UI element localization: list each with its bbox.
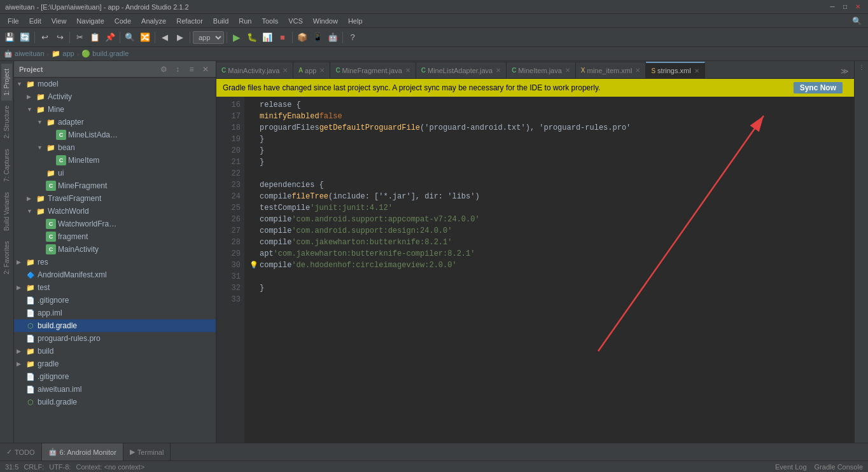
stop-button[interactable]: ■ <box>276 31 290 45</box>
toolbar-replace[interactable]: 🔀 <box>138 31 152 45</box>
tree-item[interactable]: ▼📁WatchWorld <box>14 205 216 218</box>
tree-item[interactable]: CWatchworldFra… <box>14 218 216 230</box>
menu-edit[interactable]: Edit <box>24 16 46 26</box>
sdk-manager-btn[interactable]: 📦 <box>295 31 309 45</box>
toolbar-forward[interactable]: ▶ <box>173 31 187 45</box>
toolbar-cut[interactable]: ✂ <box>73 31 87 45</box>
coverage-button[interactable]: 📊 <box>260 31 274 45</box>
sidebar-tab-structure[interactable]: 2: Structure <box>1 101 12 144</box>
ph-icon-settings[interactable]: ⚙ <box>158 64 169 74</box>
tree-item[interactable]: ▼📁model <box>14 78 216 90</box>
project-tree-scroll[interactable]: ▼📁model▶📁Activity▼📁Mine▼📁adapterCMineLis… <box>14 78 216 443</box>
toolbar-btn-2[interactable]: 🔄 <box>18 31 32 45</box>
menu-window[interactable]: Window <box>308 16 343 26</box>
maximize-button[interactable]: □ <box>840 3 850 11</box>
code-editor[interactable]: 161718192021222324252627282930313233 rel… <box>216 97 854 443</box>
menu-help[interactable]: Help <box>343 16 368 26</box>
sidebar-tab-build-variants[interactable]: Build Variants <box>1 187 12 236</box>
menu-vcs[interactable]: VCS <box>283 16 308 26</box>
tab-close-strings-xml[interactable]: ✕ <box>694 67 699 74</box>
menu-refactor[interactable]: Refactor <box>171 16 208 26</box>
close-button[interactable]: ✕ <box>853 3 863 11</box>
toolbar-redo[interactable]: ↪ <box>53 31 67 45</box>
menu-view[interactable]: View <box>46 16 72 26</box>
tab-mine-item-xml[interactable]: X mine_item.xml ✕ <box>576 62 647 78</box>
bottom-tab-terminal[interactable]: ▶ Terminal <box>123 443 171 461</box>
event-log-btn[interactable]: Event Log <box>775 463 807 471</box>
tree-item[interactable]: CMainActivity <box>14 243 216 256</box>
ph-icon-close[interactable]: ✕ <box>200 64 211 74</box>
tab-close-mineitem[interactable]: ✕ <box>565 67 570 74</box>
tree-item[interactable]: CMineFragment <box>14 179 216 192</box>
search-icon[interactable]: 🔍 <box>848 15 865 27</box>
menu-code[interactable]: Code <box>109 16 136 26</box>
menu-navigate[interactable]: Navigate <box>71 16 109 26</box>
tree-item[interactable]: 📄.gitignore <box>14 370 216 383</box>
toolbar-undo[interactable]: ↩ <box>38 31 52 45</box>
tab-close-minefragment[interactable]: ✕ <box>405 67 410 74</box>
breadcrumb-build-gradle[interactable]: 🟢 build.gradle <box>81 50 129 58</box>
help-btn[interactable]: ? <box>346 31 360 45</box>
tab-minelistadapter[interactable]: C MineListAdapter.java ✕ <box>416 62 507 78</box>
tree-item[interactable]: ▶📁build <box>14 345 216 357</box>
ph-icon-sync[interactable]: ↕ <box>172 64 183 74</box>
tree-item[interactable]: ⬡build.gradle <box>14 319 216 332</box>
toolbar-btn-1[interactable]: 💾 <box>3 31 17 45</box>
gradle-console-btn[interactable]: Gradle Console <box>815 463 863 471</box>
tree-item[interactable]: ▼📁bean <box>14 141 216 154</box>
tab-minefragment[interactable]: C MineFragment.java ✕ <box>330 62 416 78</box>
breadcrumb-app[interactable]: 📁 app <box>52 50 74 58</box>
debug-button[interactable]: 🐛 <box>245 31 259 45</box>
menu-tools[interactable]: Tools <box>256 16 283 26</box>
menu-build[interactable]: Build <box>208 16 234 26</box>
tree-item[interactable]: ▼📁adapter <box>14 116 216 128</box>
tab-overflow-button[interactable]: ≫ <box>836 64 854 78</box>
right-sidebar-btn[interactable]: ⋮ <box>858 64 865 71</box>
tree-item[interactable]: ⬡build.gradle <box>14 396 216 408</box>
tree-item[interactable]: 📄.gitignore <box>14 294 216 307</box>
tab-mineitem[interactable]: C MineItem.java ✕ <box>507 62 576 78</box>
tab-close-mine-item-xml[interactable]: ✕ <box>635 67 640 74</box>
tab-mainactivity[interactable]: C MainActivity.java ✕ <box>216 62 293 78</box>
minimize-button[interactable]: ─ <box>827 3 837 11</box>
menu-file[interactable]: File <box>3 16 24 26</box>
tree-item[interactable]: 📄app.iml <box>14 307 216 319</box>
tree-item[interactable]: ▶📁test <box>14 281 216 294</box>
tree-item[interactable]: 📁ui <box>14 167 216 179</box>
run-config-dropdown[interactable]: app <box>193 31 224 44</box>
bottom-tab-todo[interactable]: ✓ TODO <box>0 443 42 461</box>
menu-run[interactable]: Run <box>234 16 256 26</box>
code-content[interactable]: release { minifyEnabled false proguardFi… <box>244 97 854 443</box>
tree-item[interactable]: Cfragment <box>14 230 216 243</box>
sidebar-tab-captures[interactable]: 7: Captures <box>1 144 12 187</box>
toolbar-find[interactable]: 🔍 <box>123 31 137 45</box>
sidebar-tab-project[interactable]: 1: Project <box>1 64 12 101</box>
tab-close-mainactivity[interactable]: ✕ <box>283 67 288 74</box>
lightbulb-icon[interactable]: 💡 <box>249 260 258 271</box>
toolbar-back[interactable]: ◀ <box>158 31 172 45</box>
tree-item[interactable]: CMineItem <box>14 154 216 167</box>
sync-now-button[interactable]: Sync Now <box>794 82 843 94</box>
tree-item[interactable]: CMineListAda… <box>14 128 216 141</box>
tab-close-minelistadapter[interactable]: ✕ <box>496 67 501 74</box>
avd-manager-btn[interactable]: 📱 <box>311 31 325 45</box>
bottom-tab-android-monitor[interactable]: 🤖 6: Android Monitor <box>42 443 123 461</box>
tree-item[interactable]: ▶📁Activity <box>14 90 216 103</box>
ph-icon-filter[interactable]: ≡ <box>186 64 197 74</box>
tab-close-app[interactable]: ✕ <box>319 67 325 74</box>
toolbar-copy[interactable]: 📋 <box>88 31 102 45</box>
tree-item[interactable]: ▶📁res <box>14 256 216 268</box>
tree-item[interactable]: ▼📁Mine <box>14 103 216 116</box>
run-button[interactable]: ▶ <box>230 31 244 45</box>
tree-item[interactable]: 🔷AndroidManifest.xml <box>14 268 216 281</box>
tree-item[interactable]: 📄aiweituan.iml <box>14 383 216 396</box>
breadcrumb-aiweituan[interactable]: 🤖 aiweituan <box>4 50 45 58</box>
tree-item[interactable]: ▶📁TravelFragment <box>14 192 216 205</box>
tab-strings-xml[interactable]: S strings.xml ✕ <box>646 62 704 78</box>
tree-item[interactable]: ▶📁gradle <box>14 357 216 370</box>
tab-app[interactable]: A app ✕ <box>293 62 330 78</box>
menu-analyze[interactable]: Analyze <box>136 16 171 26</box>
android-monitor-btn[interactable]: 🤖 <box>326 31 340 45</box>
tree-item[interactable]: 📄proguard-rules.pro <box>14 332 216 345</box>
toolbar-paste[interactable]: 📌 <box>103 31 117 45</box>
